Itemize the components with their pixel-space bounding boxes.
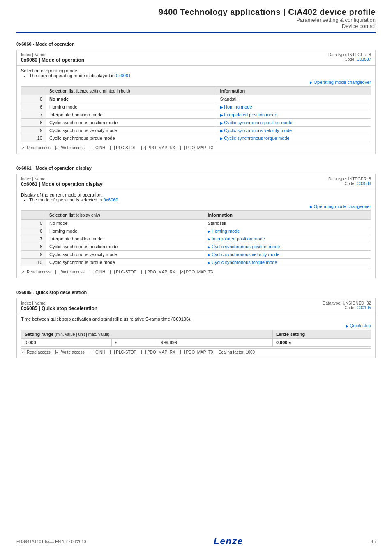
access-item: Write access [55, 270, 85, 274]
access-label: PDO_MAP_TX [186, 146, 214, 150]
card-body-0x6061: Display of the current mode of operation… [17, 190, 375, 278]
card-header-left-0x6061: Index | Name: 0x6061 | Mode of operation… [21, 177, 103, 187]
card-title-0x6060: 0x6060 | Mode of operation [21, 57, 84, 63]
card-header-right-0x6060: Data type: INTEGER_8 Code: C03537 [328, 53, 371, 62]
access-item: Write access [55, 350, 85, 354]
info-link[interactable]: Cyclic synchronous velocity mode [208, 252, 279, 257]
access-row-0x6061: Read accessWrite accessCINHPLC-STOPPDO_M… [21, 268, 371, 275]
card-datatype-0x6061: Data type: INTEGER_8 [328, 177, 371, 181]
access-item: PDO_MAP_TX [180, 350, 214, 354]
page-number: 45 [371, 539, 376, 544]
access-item: CINH [90, 350, 105, 354]
access-label: PDO_MAP_RX [147, 350, 175, 354]
access-item: Scaling factor: 1000 [219, 350, 255, 354]
code-link-0x6060[interactable]: C03537 [357, 57, 371, 62]
range-header-0x6085: Setting range (min. value | unit | max. … [21, 330, 273, 339]
access-row-0x6085: Read accessWrite accessCINHPLC-STOPPDO_M… [21, 348, 371, 356]
table-row: 7Interpolated position modeInterpolated … [21, 111, 371, 119]
table-row: 6Homing modeHoming mode [21, 227, 371, 235]
checkbox-icon [90, 146, 94, 150]
info-link[interactable]: Interpolated position mode [208, 236, 265, 241]
section-0x6060: 0x6060 - Mode of operation Index | Name:… [16, 42, 376, 154]
access-label: PLC-STOP [116, 146, 136, 150]
access-label: Read access [27, 270, 51, 274]
card-header-0x6060: Index | Name: 0x6060 | Mode of operation… [17, 50, 375, 66]
info-link[interactable]: Interpolated position mode [220, 112, 277, 117]
card-0x6061: Index | Name: 0x6061 | Mode of operation… [16, 174, 376, 278]
access-label: PDO_MAP_RX [147, 146, 175, 150]
desc-text-0x6060: Selection of operating mode. [21, 68, 371, 73]
card-body-0x6085: Time between quick stop activation and s… [17, 314, 375, 358]
access-label: Write access [61, 146, 85, 150]
card-header-left-0x6085: Index | Name: 0x6085 | Quick stop decele… [21, 301, 97, 311]
info-link[interactable]: Cyclic synchronous velocity mode [220, 128, 292, 133]
selection-table-0x6061: Selection list (display only) Informatio… [21, 210, 371, 266]
card-desc-0x6085: Time between quick stop activation and s… [21, 317, 371, 321]
code-link-0x6061[interactable]: C03538 [357, 181, 371, 186]
info-link[interactable]: Cyclic synchronous position mode [220, 120, 293, 125]
checkbox-icon [21, 270, 25, 274]
access-label: PDO_MAP_TX [186, 270, 214, 274]
access-item: PLC-STOP [110, 350, 136, 354]
card-body-0x6060: Selection of operating mode. The current… [17, 66, 375, 154]
code-link-0x6085[interactable]: C00105 [357, 305, 371, 310]
checkbox-icon [110, 146, 115, 150]
changeover-anchor-0x6085[interactable]: Quick stop [346, 323, 371, 328]
checkbox-icon [55, 350, 60, 354]
card-0x6060: Index | Name: 0x6060 | Mode of operation… [16, 50, 376, 154]
access-label: CINH [95, 146, 105, 150]
card-datatype-0x6085: Data type: UNSIGNED_32 [323, 301, 371, 305]
section-heading-0x6060: 0x6060 - Mode of operation [16, 42, 376, 46]
access-label: CINH [95, 270, 105, 274]
page-header: 9400 Technology applications | CiA402 de… [0, 0, 392, 33]
info-link[interactable]: Cyclic synchronous torque mode [208, 260, 277, 265]
desc-bullet-0x6060: The current operating mode is displayed … [29, 73, 371, 78]
info-link[interactable]: Cyclic synchronous torque mode [220, 136, 290, 141]
checkbox-icon [55, 270, 60, 274]
checkbox-icon [110, 350, 115, 354]
desc-text-0x6085: Time between quick stop activation and s… [21, 317, 371, 321]
checkbox-icon [180, 270, 185, 274]
lenze-logo: Lenze [214, 536, 243, 547]
changeover-anchor-0x6061[interactable]: Operating mode changeover [310, 204, 371, 209]
card-code-0x6060: Code: C03537 [328, 57, 371, 62]
table-row: 0No modeStandstill [21, 220, 371, 227]
col-list-header-0x6060: Selection list (Lenze setting printed in… [46, 87, 217, 95]
table-row: 10Cyclic synchronous torque modeCyclic s… [21, 134, 371, 142]
access-item: PDO_MAP_RX [141, 146, 175, 150]
access-row-0x6060: Read accessWrite accessCINHPLC-STOPPDO_M… [21, 144, 371, 151]
section-heading-0x6085: 0x6085 - Quick stop deceleration [16, 290, 376, 295]
checkbox-icon [141, 146, 146, 150]
access-item: PDO_MAP_TX [180, 146, 214, 150]
desc-link-0x6061[interactable]: 0x6060 [103, 197, 118, 202]
checkbox-icon [55, 146, 60, 150]
page-title: 9400 Technology applications | CiA402 de… [16, 7, 376, 17]
access-label: Scaling factor: 1000 [219, 350, 255, 354]
checkbox-icon [141, 270, 146, 274]
col-info-header-0x6061: Information [204, 211, 371, 220]
checkbox-icon [21, 146, 25, 150]
access-label: Write access [61, 350, 85, 354]
subtitle1: Parameter setting & configuration [16, 17, 376, 23]
table-row: 0.000s999.9990.000 s [21, 339, 371, 347]
info-link[interactable]: Homing mode [208, 229, 240, 234]
col-value-header-0x6061 [21, 211, 46, 220]
lenze-header-0x6085: Lenze setting [272, 330, 371, 339]
footer-left: EDS94TA11010xxxx EN 1.2 · 03/2010 [16, 539, 86, 544]
info-link[interactable]: Homing mode [220, 104, 252, 109]
card-header-right-0x6085: Data type: UNSIGNED_32 Code: C00105 [323, 301, 371, 310]
desc-link-0x6060[interactable]: 0x6061 [116, 73, 131, 78]
subtitle2: Device control [16, 23, 376, 29]
card-desc-0x6060: Selection of operating mode. The current… [21, 68, 371, 78]
card-header-right-0x6061: Data type: INTEGER_8 Code: C03538 [328, 177, 371, 186]
access-item: Write access [55, 146, 85, 150]
access-item: CINH [90, 270, 105, 274]
checkbox-icon [110, 270, 115, 274]
table-row: 8Cyclic synchronous position modeCyclic … [21, 243, 371, 251]
changeover-link-0x6085: Quick stop [21, 323, 371, 328]
checkbox-icon [180, 350, 185, 354]
info-link[interactable]: Cyclic synchronous position mode [208, 244, 280, 249]
changeover-anchor-0x6060[interactable]: Operating mode changeover [310, 80, 371, 85]
access-label: PLC-STOP [116, 270, 136, 274]
access-label: PDO_MAP_TX [186, 350, 214, 354]
